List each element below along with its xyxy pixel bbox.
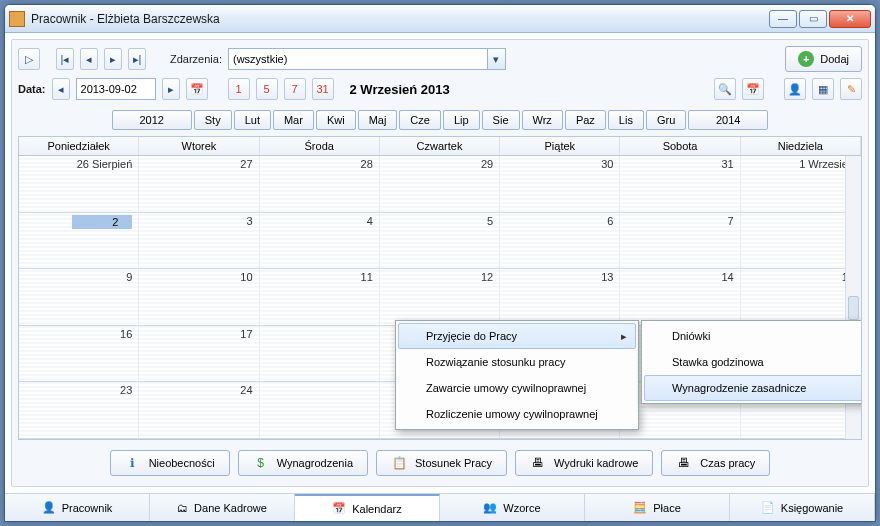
calendar: PoniedziałekWtorekŚrodaCzwartekPiątekSob… xyxy=(18,136,862,440)
calendar-cell[interactable]: 27 xyxy=(139,156,259,213)
client-area: ▷ |◂ ◂ ▸ ▸| Zdarzenia: (wszystkie) ▾ + D… xyxy=(11,39,869,487)
context-submenu: DniówkiStawka godzinowaWynagrodzenie zas… xyxy=(641,320,862,404)
month-tab[interactable]: Maj xyxy=(358,110,398,130)
nav-first-button[interactable]: |◂ xyxy=(56,48,74,70)
month-tab[interactable]: Lut xyxy=(234,110,271,130)
calendar-cell[interactable]: 24 xyxy=(139,382,259,439)
calendar-cell[interactable]: 17 xyxy=(139,326,259,383)
calendar-cell[interactable]: 30 xyxy=(500,156,620,213)
month-tab[interactable]: Cze xyxy=(399,110,441,130)
month-tab[interactable]: Paz xyxy=(565,110,606,130)
bottom-tabs: 👤Pracownik🗂Dane Kadrowe📅Kalendarz👥Wzorce… xyxy=(5,493,875,521)
events-dropdown[interactable]: (wszystkie) ▾ xyxy=(228,48,506,70)
scroll-thumb[interactable] xyxy=(848,296,859,320)
context-menu-item[interactable]: Zawarcie umowy cywilnoprawnej xyxy=(398,375,636,401)
view-month-button[interactable]: 31 xyxy=(312,78,334,100)
month-tab[interactable]: Lis xyxy=(608,110,644,130)
tool-calendar-button[interactable]: 📅 xyxy=(742,78,764,100)
month-tab[interactable]: Sty xyxy=(194,110,232,130)
bottom-tab[interactable]: 🧮Płace xyxy=(585,494,730,521)
calendar-cell[interactable] xyxy=(260,326,380,383)
calendar-cell[interactable]: 12 xyxy=(380,269,500,326)
action-button[interactable]: ℹNieobecności xyxy=(110,450,230,476)
tab-icon: 🧮 xyxy=(633,501,647,514)
calendar-cell[interactable]: 1 Wrzesień xyxy=(741,156,861,213)
calendar-cell[interactable]: 6 xyxy=(500,213,620,270)
close-button[interactable]: ✕ xyxy=(829,10,871,28)
calendar-picker-button[interactable]: 📅 xyxy=(186,78,208,100)
displayed-date: 2 Wrzesień 2013 xyxy=(350,82,450,97)
context-submenu-item[interactable]: Wynagrodzenie zasadnicze xyxy=(644,375,862,401)
context-menu-item[interactable]: Przyjęcie do Pracy▸ xyxy=(398,323,636,349)
month-tab[interactable]: 2014 xyxy=(688,110,768,130)
context-menu-item[interactable]: Rozwiązanie stosunku pracy xyxy=(398,349,636,375)
maximize-button[interactable]: ▭ xyxy=(799,10,827,28)
nav-next-button[interactable]: ▸ xyxy=(104,48,122,70)
month-tab[interactable]: Lip xyxy=(443,110,480,130)
action-button[interactable]: 🖶Czas pracy xyxy=(661,450,770,476)
toolbar-date: Data: ◂ 2013-09-02 ▸ 📅 1 5 7 31 2 Wrzesi… xyxy=(18,78,862,100)
action-button[interactable]: 🖶Wydruki kadrowe xyxy=(515,450,653,476)
context-menu-item[interactable]: Rozliczenie umowy cywilnoprawnej xyxy=(398,401,636,427)
events-label: Zdarzenia: xyxy=(170,53,222,65)
context-submenu-item[interactable]: Dniówki xyxy=(644,323,862,349)
action-button[interactable]: $Wynagrodzenia xyxy=(238,450,368,476)
calendar-cell[interactable]: 31 xyxy=(620,156,740,213)
calendar-cell[interactable]: 2 xyxy=(19,213,139,270)
calendar-cell[interactable]: 9 xyxy=(19,269,139,326)
dropdown-arrow-icon[interactable]: ▾ xyxy=(487,49,505,69)
bottom-tab[interactable]: 📅Kalendarz xyxy=(295,494,440,521)
button-icon: 🖶 xyxy=(530,455,546,471)
day-header: Czwartek xyxy=(380,137,500,155)
calendar-cell[interactable]: 11 xyxy=(260,269,380,326)
context-submenu-item[interactable]: Stawka godzinowa xyxy=(644,349,862,375)
calendar-cell[interactable]: 4 xyxy=(260,213,380,270)
month-tab[interactable]: Wrz xyxy=(522,110,563,130)
calendar-cell[interactable]: 13 xyxy=(500,269,620,326)
date-next-button[interactable]: ▸ xyxy=(162,78,180,100)
month-tab[interactable]: Kwi xyxy=(316,110,356,130)
button-icon: ℹ xyxy=(125,455,141,471)
edit-button[interactable]: ✎ xyxy=(840,78,862,100)
calendar-cell[interactable]: 26 Sierpień xyxy=(19,156,139,213)
tab-label: Kalendarz xyxy=(352,503,402,515)
view-day-button[interactable]: 1 xyxy=(228,78,250,100)
tool-person-button[interactable]: 👤 xyxy=(784,78,806,100)
calendar-cell[interactable]: 15 xyxy=(741,269,861,326)
bottom-tab[interactable]: 🗂Dane Kadrowe xyxy=(150,494,295,521)
date-input[interactable]: 2013-09-02 xyxy=(76,78,156,100)
bottom-tab[interactable]: 📄Księgowanie xyxy=(730,494,875,521)
search-button[interactable]: 🔍 xyxy=(714,78,736,100)
calendar-cell[interactable]: 10 xyxy=(139,269,259,326)
calendar-cell[interactable]: 28 xyxy=(260,156,380,213)
action-button[interactable]: 📋Stosunek Pracy xyxy=(376,450,507,476)
month-tab[interactable]: Mar xyxy=(273,110,314,130)
calendar-cell[interactable]: 5 xyxy=(380,213,500,270)
month-tab[interactable]: Sie xyxy=(482,110,520,130)
app-icon xyxy=(9,11,25,27)
calendar-cell[interactable]: 8 xyxy=(741,213,861,270)
month-tab[interactable]: 2012 xyxy=(112,110,192,130)
calendar-cell[interactable]: 16 xyxy=(19,326,139,383)
bottom-tab[interactable]: 👤Pracownik xyxy=(5,494,150,521)
bottom-tab[interactable]: 👥Wzorce xyxy=(440,494,585,521)
nav-prev-button[interactable]: ◂ xyxy=(80,48,98,70)
tool-grid-button[interactable]: ▦ xyxy=(812,78,834,100)
calendar-cell[interactable]: 14 xyxy=(620,269,740,326)
calendar-header: PoniedziałekWtorekŚrodaCzwartekPiątekSob… xyxy=(19,137,861,156)
month-tab[interactable]: Gru xyxy=(646,110,686,130)
calendar-cell[interactable]: 23 xyxy=(19,382,139,439)
date-prev-button[interactable]: ◂ xyxy=(52,78,70,100)
add-button[interactable]: + Dodaj xyxy=(785,46,862,72)
calendar-cell[interactable]: 7 xyxy=(620,213,740,270)
button-label: Czas pracy xyxy=(700,457,755,469)
tab-icon: 📄 xyxy=(761,501,775,514)
calendar-cell[interactable] xyxy=(260,382,380,439)
nav-record-button[interactable]: ▷ xyxy=(18,48,40,70)
minimize-button[interactable]: — xyxy=(769,10,797,28)
calendar-cell[interactable]: 29 xyxy=(380,156,500,213)
nav-last-button[interactable]: ▸| xyxy=(128,48,146,70)
view-workweek-button[interactable]: 5 xyxy=(256,78,278,100)
view-week-button[interactable]: 7 xyxy=(284,78,306,100)
calendar-cell[interactable]: 3 xyxy=(139,213,259,270)
